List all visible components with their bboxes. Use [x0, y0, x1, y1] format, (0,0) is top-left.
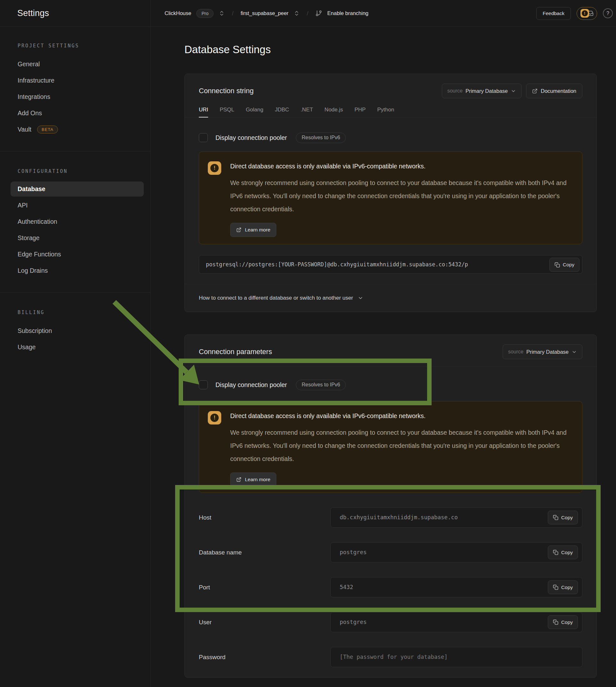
- copy-database-name-button[interactable]: Copy: [548, 546, 578, 559]
- copy-host-button[interactable]: Copy: [548, 511, 578, 524]
- resolves-to-ipv6-badge: Resolves to IPv6: [296, 133, 346, 143]
- documentation-button[interactable]: Documentation: [526, 84, 582, 98]
- beta-badge: BETA: [37, 126, 58, 133]
- tab-nodejs[interactable]: Node.js: [325, 103, 343, 117]
- chevron-up-down-icon[interactable]: [219, 10, 225, 16]
- breadcrumb-separator: /: [305, 10, 310, 17]
- alert-badge-icon: !: [580, 9, 589, 18]
- sidebar-item-infrastructure[interactable]: Infrastructure: [0, 72, 151, 89]
- password-field[interactable]: [The password for your database]: [330, 647, 582, 667]
- external-link-icon: [236, 227, 241, 232]
- connection-parameters-header: Connection parameters source Primary Dat…: [185, 335, 596, 367]
- breadcrumb-separator: /: [230, 10, 235, 17]
- connection-parameters-title: Connection parameters: [199, 348, 272, 356]
- warning-title: Direct database access is only available…: [230, 412, 570, 420]
- ipv6-warning-panel: ! Direct database access is only availab…: [199, 401, 582, 493]
- sidebar-item-general[interactable]: General: [0, 56, 151, 72]
- copy-icon: [553, 515, 558, 520]
- ipv6-warning-panel: ! Direct database access is only availab…: [199, 151, 582, 244]
- connection-string-tabs: URI PSQL Golang JDBC .NET Node.js PHP Py…: [185, 103, 596, 117]
- connection-string-controls: source Primary Database Documentation: [442, 84, 582, 98]
- sidebar-item-subscription[interactable]: Subscription: [0, 323, 151, 339]
- external-link-icon: [532, 88, 537, 94]
- sidebar-item-usage[interactable]: Usage: [0, 339, 151, 355]
- plan-badge: Pro: [196, 9, 214, 18]
- pooler-label: Display connection pooler: [216, 381, 287, 389]
- pooler-row: Display connection pooler Resolves to IP…: [185, 133, 596, 142]
- connection-string-header: Connection string source Primary Databas…: [185, 74, 596, 98]
- help-button[interactable]: ?: [603, 8, 613, 18]
- sidebar-item-integrations[interactable]: Integrations: [0, 89, 151, 105]
- database-name-row: Database name postgres Copy: [199, 542, 582, 562]
- connection-parameters-card: Connection parameters source Primary Dat…: [184, 335, 597, 678]
- warning-content: Direct database access is only available…: [199, 152, 582, 237]
- source-select[interactable]: source Primary Database: [442, 84, 522, 98]
- sidebar-item-edge-functions[interactable]: Edge Functions: [0, 246, 151, 263]
- port-label: Port: [199, 577, 330, 597]
- notifications-button[interactable]: !: [577, 7, 597, 20]
- warning-title: Direct database access is only available…: [230, 163, 570, 170]
- expander-label: How to connect to a different database o…: [199, 295, 353, 301]
- learn-more-button[interactable]: Learn more: [230, 223, 276, 237]
- main-content: Database Settings Connection string sour…: [151, 27, 616, 687]
- source-select[interactable]: source Primary Database: [503, 345, 582, 359]
- sidebar-item-add-ons[interactable]: Add Ons: [0, 105, 151, 121]
- host-label: Host: [199, 507, 330, 528]
- connection-uri-field[interactable]: postgresql://postgres:[YOUR-PASSWORD]@db…: [199, 255, 582, 274]
- chevron-up-down-icon[interactable]: [293, 10, 300, 16]
- database-name-label: Database name: [199, 542, 330, 562]
- learn-more-button[interactable]: Learn more: [230, 472, 276, 487]
- display-connection-pooler-checkbox[interactable]: [199, 380, 208, 389]
- page-title: Database Settings: [184, 44, 271, 56]
- external-link-icon: [236, 477, 241, 482]
- breadcrumb: ClickHouse Pro / first_supabase_peer / E…: [164, 9, 369, 18]
- enable-branching-link[interactable]: Enable branching: [327, 10, 368, 16]
- tab-php[interactable]: PHP: [354, 103, 366, 117]
- tab-psql[interactable]: PSQL: [220, 103, 234, 117]
- topbar-actions: Feedback ! ?: [536, 7, 613, 20]
- git-branch-icon: [315, 10, 322, 17]
- copy-uri-button[interactable]: Copy: [549, 258, 579, 272]
- section-label-project-settings: PROJECT SETTINGS: [18, 43, 151, 49]
- section-label-billing: BILLING: [18, 310, 151, 315]
- pooler-label: Display connection pooler: [216, 134, 287, 141]
- tab-uri[interactable]: URI: [199, 103, 208, 117]
- chevron-down-icon: [358, 295, 364, 301]
- user-row: User postgres Copy: [199, 612, 582, 632]
- project-name[interactable]: first_supabase_peer: [241, 10, 289, 16]
- sidebar-item-api[interactable]: API: [0, 197, 151, 214]
- feedback-button[interactable]: Feedback: [536, 7, 571, 20]
- database-name-field[interactable]: postgres Copy: [330, 542, 582, 562]
- tab-golang[interactable]: Golang: [246, 103, 264, 117]
- sidebar-divider: [0, 151, 151, 151]
- user-value: postgres: [331, 613, 582, 632]
- sidebar-item-vault[interactable]: Vault BETA: [0, 121, 151, 138]
- section-label-configuration: CONFIGURATION: [18, 169, 151, 174]
- connection-uri-value: postgresql://postgres:[YOUR-PASSWORD]@db…: [199, 256, 582, 273]
- connect-help-expander[interactable]: How to connect to a different database o…: [185, 284, 596, 311]
- database-name-value: postgres: [331, 542, 582, 562]
- host-field[interactable]: db.cxhygiuitamxhniiddjm.supabase.co Copy: [330, 507, 582, 528]
- display-connection-pooler-checkbox[interactable]: [199, 133, 208, 142]
- warning-icon: !: [208, 411, 221, 424]
- copy-port-button[interactable]: Copy: [548, 580, 578, 594]
- sidebar-item-database[interactable]: Database: [10, 181, 144, 197]
- sidebar-item-storage[interactable]: Storage: [0, 230, 151, 246]
- copy-icon: [553, 619, 558, 625]
- port-value: 5432: [331, 577, 582, 597]
- sidebar-item-authentication[interactable]: Authentication: [0, 214, 151, 230]
- tab-jdbc[interactable]: JDBC: [275, 103, 289, 117]
- sidebar-item-log-drains[interactable]: Log Drains: [0, 263, 151, 279]
- password-row: Password [The password for your database…: [199, 647, 582, 667]
- copy-user-button[interactable]: Copy: [548, 615, 578, 629]
- question-mark-icon: ?: [607, 10, 609, 16]
- tab-python[interactable]: Python: [377, 103, 394, 117]
- resolves-to-ipv6-badge: Resolves to IPv6: [296, 380, 346, 390]
- user-field[interactable]: postgres Copy: [330, 612, 582, 632]
- tab-dotnet[interactable]: .NET: [301, 103, 313, 117]
- sidebar-title: Settings: [17, 8, 49, 18]
- org-name[interactable]: ClickHouse: [164, 10, 191, 16]
- password-placeholder: [The password for your database]: [331, 647, 582, 667]
- port-field[interactable]: 5432 Copy: [330, 577, 582, 597]
- chevron-down-icon: [572, 349, 577, 355]
